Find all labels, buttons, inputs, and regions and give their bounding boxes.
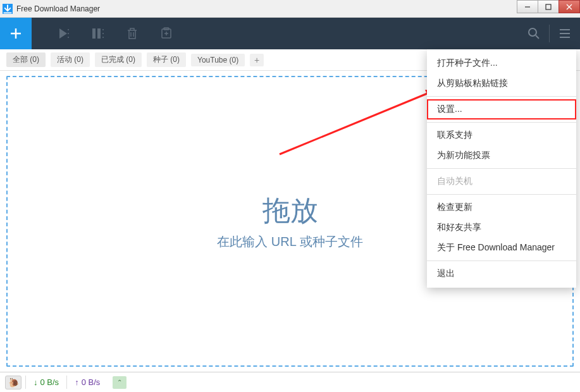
tab-all[interactable]: 全部 (0) [6, 52, 46, 67]
up-arrow-icon: ↑ [75, 377, 79, 387]
menu-about[interactable]: 关于 Free Download Manager [427, 238, 576, 258]
svg-point-8 [102, 33, 104, 34]
svg-point-3 [68, 33, 69, 34]
menu-settings[interactable]: 设置... [427, 99, 576, 119]
main-toolbar [0, 18, 580, 49]
menu-share[interactable]: 和好友共享 [427, 217, 576, 238]
menu-separator [427, 122, 576, 123]
window-controls [517, 0, 580, 13]
tab-torrents[interactable]: 种子 (0) [147, 52, 186, 67]
tab-youtube[interactable]: YouTube (0) [191, 54, 245, 66]
svg-point-9 [102, 37, 104, 38]
upload-speed[interactable]: ↑ 0 B/s [66, 376, 108, 389]
window-title: Free Download Manager [16, 4, 100, 13]
svg-point-12 [529, 28, 536, 36]
menu-separator [427, 168, 576, 169]
start-button[interactable] [47, 18, 81, 49]
minimize-button[interactable] [517, 0, 538, 13]
delete-button[interactable] [115, 18, 149, 49]
pause-button[interactable] [81, 18, 115, 49]
download-speed[interactable]: ↓ 0 B/s [25, 376, 66, 389]
drop-subtitle: 在此输入 URL 或种子文件 [217, 233, 362, 250]
svg-rect-1 [546, 4, 551, 9]
menu-paste-link[interactable]: 从剪贴板粘贴链接 [427, 73, 576, 94]
menu-open-torrent[interactable]: 打开种子文件... [427, 53, 576, 73]
hamburger-menu-button[interactable] [550, 18, 580, 49]
status-bar: 🐌 ↓ 0 B/s ↑ 0 B/s ⌃ [0, 372, 580, 392]
menu-separator [427, 194, 576, 195]
menu-exit[interactable]: 退出 [427, 264, 576, 284]
add-download-button[interactable] [0, 18, 32, 49]
search-button[interactable] [519, 18, 549, 49]
menu-check-update[interactable]: 检查更新 [427, 197, 576, 217]
svg-point-2 [68, 29, 69, 30]
app-icon [3, 4, 13, 14]
tab-completed[interactable]: 已完成 (0) [95, 52, 142, 67]
svg-rect-5 [92, 28, 96, 39]
drop-title: 拖放 [262, 192, 318, 230]
menu-separator [427, 260, 576, 261]
up-speed-value: 0 B/s [82, 377, 101, 387]
menu-contact-support[interactable]: 联系支持 [427, 125, 576, 145]
down-speed-value: 0 B/s [40, 377, 59, 387]
main-context-menu: 打开种子文件... 从剪贴板粘贴链接 设置... 联系支持 为新功能投票 自动关… [427, 49, 576, 288]
menu-separator [427, 96, 576, 97]
collapse-toggle[interactable]: ⌃ [113, 376, 126, 389]
window-titlebar: Free Download Manager [0, 0, 580, 18]
svg-line-13 [536, 35, 539, 39]
menu-auto-shutdown[interactable]: 自动关机 [427, 171, 576, 192]
svg-point-4 [68, 37, 69, 38]
down-arrow-icon: ↓ [34, 377, 38, 387]
svg-point-7 [102, 29, 104, 30]
snail-mode-icon[interactable]: 🐌 [5, 376, 22, 389]
menu-vote-features[interactable]: 为新功能投票 [427, 145, 576, 166]
folder-button[interactable] [149, 18, 183, 49]
svg-rect-6 [97, 28, 101, 39]
add-tab-button[interactable]: + [250, 54, 264, 66]
tab-active[interactable]: 活动 (0) [51, 52, 90, 67]
close-button[interactable] [558, 0, 580, 13]
maximize-button[interactable] [538, 0, 559, 13]
